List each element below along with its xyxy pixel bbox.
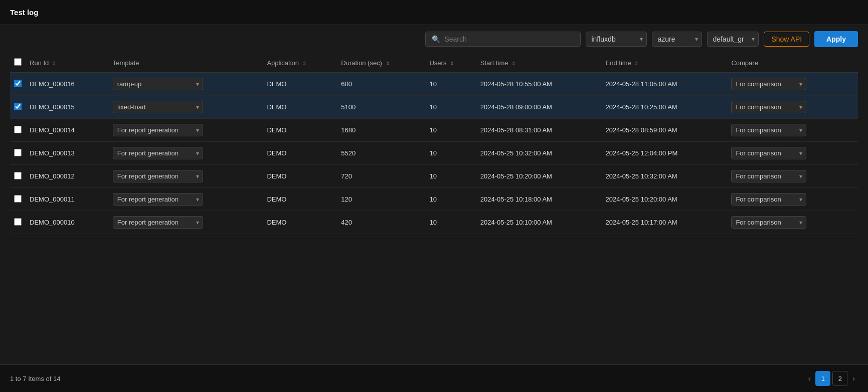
search-input[interactable] <box>444 35 574 43</box>
cell-application: DEMO <box>263 119 337 142</box>
cell-run-id: DEMO_000010 <box>26 211 109 234</box>
cell-duration: 1680 <box>337 119 425 142</box>
row-checkbox-1[interactable] <box>14 103 22 110</box>
cell-template: ramp-upfixed-loadFor report generation <box>109 119 263 142</box>
row-checkbox-cell <box>10 119 26 142</box>
cell-application: DEMO <box>263 96 337 119</box>
row-checkbox-cell <box>10 211 26 234</box>
group-select[interactable]: default_gr group1 group2 <box>707 32 759 47</box>
row-checkbox-3[interactable] <box>14 149 22 156</box>
page-title: Test log <box>10 8 38 17</box>
col-template: Template <box>109 53 263 73</box>
cell-application: DEMO <box>263 211 337 234</box>
template-select-wrapper: ramp-upfixed-loadFor report generation <box>113 78 203 90</box>
template-select-2[interactable]: ramp-upfixed-loadFor report generation <box>113 124 203 136</box>
compare-select-5[interactable]: For comparisonBase run <box>731 193 806 206</box>
compare-select-wrapper: For comparisonBase run <box>731 193 806 206</box>
cell-users: 10 <box>425 188 476 211</box>
compare-select-4[interactable]: For comparisonBase run <box>731 170 806 182</box>
cloud-select[interactable]: azure aws gcp <box>652 32 702 47</box>
cell-users: 10 <box>425 142 476 165</box>
col-application[interactable]: Application ⇕ <box>263 53 337 73</box>
cell-run-id: DEMO_000011 <box>26 188 109 211</box>
template-select-0[interactable]: ramp-upfixed-loadFor report generation <box>113 78 203 90</box>
sort-icon-run-id: ⇕ <box>52 61 56 66</box>
table-row: DEMO_000015ramp-upfixed-loadFor report g… <box>10 96 858 119</box>
cell-users: 10 <box>425 165 476 188</box>
prev-page-button[interactable]: ‹ <box>805 372 814 384</box>
cell-users: 10 <box>425 211 476 234</box>
col-duration[interactable]: Duration (sec) ⇕ <box>337 53 425 73</box>
template-select-3[interactable]: ramp-upfixed-loadFor report generation <box>113 147 203 159</box>
col-end-time[interactable]: End time ⇕ <box>602 53 728 73</box>
cell-compare: For comparisonBase run <box>727 165 858 188</box>
row-checkbox-2[interactable] <box>14 126 22 133</box>
sort-icon-start: ⇕ <box>511 61 515 66</box>
cell-template: ramp-upfixed-loadFor report generation <box>109 211 263 234</box>
cell-duration: 720 <box>337 165 425 188</box>
cell-end-time: 2024-05-28 11:05:00 AM <box>602 73 728 96</box>
sort-icon-duration: ⇕ <box>386 61 390 66</box>
cell-template: ramp-upfixed-loadFor report generation <box>109 73 263 96</box>
cell-end-time: 2024-05-28 10:25:00 AM <box>602 96 728 119</box>
compare-select-0[interactable]: For comparisonBase run <box>731 78 806 90</box>
col-start-time[interactable]: Start time ⇕ <box>476 53 602 73</box>
cell-start-time: 2024-05-25 10:20:00 AM <box>476 165 602 188</box>
template-select-5[interactable]: ramp-upfixed-loadFor report generation <box>113 193 203 206</box>
compare-select-3[interactable]: For comparisonBase run <box>731 147 806 159</box>
cell-end-time: 2024-05-25 10:17:00 AM <box>602 211 728 234</box>
cell-run-id: DEMO_000015 <box>26 96 109 119</box>
template-select-4[interactable]: ramp-upfixed-loadFor report generation <box>113 170 203 182</box>
sort-icon-users: ⇕ <box>450 61 454 66</box>
row-checkbox-4[interactable] <box>14 172 22 179</box>
table-header-row: Run Id ⇕ Template Application ⇕ Duration… <box>10 53 858 73</box>
compare-select-wrapper: For comparisonBase run <box>731 147 806 159</box>
template-select-wrapper: ramp-upfixed-loadFor report generation <box>113 216 203 229</box>
cell-compare: For comparisonBase run <box>727 188 858 211</box>
header-checkbox-cell <box>10 53 26 73</box>
row-checkbox-cell <box>10 188 26 211</box>
cell-end-time: 2024-05-25 12:04:00 PM <box>602 142 728 165</box>
cell-start-time: 2024-05-28 10:55:00 AM <box>476 73 602 96</box>
template-select-6[interactable]: ramp-upfixed-loadFor report generation <box>113 216 203 229</box>
datasource-wrapper: influxdb prometheus elasticsearch <box>586 32 647 47</box>
template-select-wrapper: ramp-upfixed-loadFor report generation <box>113 124 203 136</box>
select-all-checkbox[interactable] <box>14 58 22 66</box>
cell-duration: 5100 <box>337 96 425 119</box>
toolbar: 🔍 influxdb prometheus elasticsearch azur… <box>0 25 868 53</box>
row-checkbox-6[interactable] <box>14 218 22 226</box>
datasource-select[interactable]: influxdb prometheus elasticsearch <box>586 32 647 47</box>
cell-users: 10 <box>425 119 476 142</box>
row-checkbox-5[interactable] <box>14 195 22 203</box>
next-page-button[interactable]: › <box>849 372 858 384</box>
table-body: DEMO_000016ramp-upfixed-loadFor report g… <box>10 73 858 234</box>
row-checkbox-cell <box>10 165 26 188</box>
compare-select-6[interactable]: For comparisonBase run <box>731 216 806 229</box>
compare-select-2[interactable]: For comparisonBase run <box>731 124 806 136</box>
compare-select-1[interactable]: For comparisonBase run <box>731 101 806 113</box>
cell-duration: 600 <box>337 73 425 96</box>
cell-run-id: DEMO_000016 <box>26 73 109 96</box>
app-container: Test log 🔍 influxdb prometheus elasticse… <box>0 0 868 392</box>
table-row: DEMO_000011ramp-upfixed-loadFor report g… <box>10 188 858 211</box>
cell-end-time: 2024-05-25 10:32:00 AM <box>602 165 728 188</box>
template-select-1[interactable]: ramp-upfixed-loadFor report generation <box>113 101 203 113</box>
page-1-button[interactable]: 1 <box>815 371 830 386</box>
col-users[interactable]: Users ⇕ <box>425 53 476 73</box>
compare-select-wrapper: For comparisonBase run <box>731 170 806 182</box>
row-checkbox-0[interactable] <box>14 80 22 87</box>
cell-end-time: 2024-05-28 08:59:00 AM <box>602 119 728 142</box>
row-checkbox-cell <box>10 142 26 165</box>
cell-start-time: 2024-05-25 10:32:00 AM <box>476 142 602 165</box>
compare-select-wrapper: For comparisonBase run <box>731 78 806 90</box>
page-2-button[interactable]: 2 <box>832 371 847 386</box>
sort-icon-end: ⇕ <box>634 61 638 66</box>
cell-template: ramp-upfixed-loadFor report generation <box>109 165 263 188</box>
cell-end-time: 2024-05-25 10:20:00 AM <box>602 188 728 211</box>
cell-run-id: DEMO_000014 <box>26 119 109 142</box>
show-api-button[interactable]: Show API <box>764 32 809 47</box>
cell-template: ramp-upfixed-loadFor report generation <box>109 96 263 119</box>
col-run-id[interactable]: Run Id ⇕ <box>26 53 109 73</box>
cell-run-id: DEMO_000012 <box>26 165 109 188</box>
apply-button[interactable]: Apply <box>814 31 858 47</box>
